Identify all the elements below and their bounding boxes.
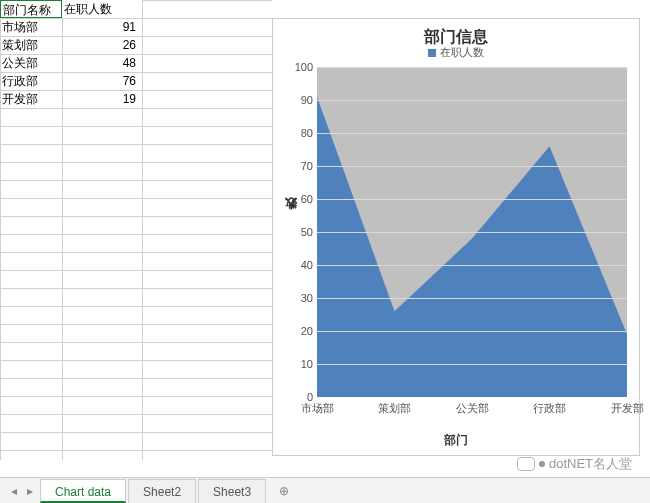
table-row[interactable]: 开发部19 xyxy=(0,90,142,108)
x-axis-label: 部门 xyxy=(273,432,639,449)
cell-dept[interactable]: 公关部 xyxy=(0,54,62,72)
y-tick: 60 xyxy=(289,193,317,205)
x-tick: 开发部 xyxy=(611,401,644,416)
x-tick: 行政部 xyxy=(533,401,566,416)
tab-add-button[interactable]: ⊕ xyxy=(272,479,296,503)
table-row[interactable]: 公关部48 xyxy=(0,54,142,72)
legend-swatch xyxy=(428,49,436,57)
header-dept[interactable]: 部门名称 xyxy=(0,0,62,18)
y-tick: 50 xyxy=(289,226,317,238)
plot-area: 0102030405060708090100市场部策划部公关部行政部开发部 xyxy=(317,67,627,397)
y-tick: 70 xyxy=(289,160,317,172)
legend-label: 在职人数 xyxy=(440,46,484,58)
tab-list: Chart dataSheet2Sheet3 xyxy=(38,479,266,503)
cell-count[interactable]: 76 xyxy=(62,72,142,90)
x-tick: 公关部 xyxy=(456,401,489,416)
cell-count[interactable]: 19 xyxy=(62,90,142,108)
chart-legend: 在职人数 xyxy=(273,45,639,67)
y-tick: 40 xyxy=(289,259,317,271)
y-tick: 90 xyxy=(289,94,317,106)
data-cells: 部门名称 在职人数 市场部91策划部26公关部48行政部76开发部19 xyxy=(0,0,142,108)
table-row[interactable]: 市场部91 xyxy=(0,18,142,36)
wechat-icon xyxy=(517,457,535,471)
tab-nav: ◂ ▸ xyxy=(6,481,38,501)
sheet-tab[interactable]: Sheet2 xyxy=(128,479,196,503)
header-count[interactable]: 在职人数 xyxy=(62,0,142,18)
y-tick: 20 xyxy=(289,325,317,337)
cell-dept[interactable]: 开发部 xyxy=(0,90,62,108)
sheet-tabs: ◂ ▸ Chart dataSheet2Sheet3 ⊕ xyxy=(0,477,650,503)
y-tick: 30 xyxy=(289,292,317,304)
sheet-tab[interactable]: Sheet3 xyxy=(198,479,266,503)
y-tick: 100 xyxy=(289,61,317,73)
chart-title: 部门信息 xyxy=(273,19,639,45)
tab-prev-icon[interactable]: ◂ xyxy=(6,481,22,501)
tab-next-icon[interactable]: ▸ xyxy=(22,481,38,501)
cell-count[interactable]: 26 xyxy=(62,36,142,54)
cell-dept[interactable]: 市场部 xyxy=(0,18,62,36)
table-row[interactable]: 行政部76 xyxy=(0,72,142,90)
cell-count[interactable]: 91 xyxy=(62,18,142,36)
svg-marker-30 xyxy=(317,97,627,397)
cell-dept[interactable]: 行政部 xyxy=(0,72,62,90)
table-row[interactable]: 策划部26 xyxy=(0,36,142,54)
y-tick: 80 xyxy=(289,127,317,139)
x-tick: 策划部 xyxy=(378,401,411,416)
chart[interactable]: 部门信息 在职人数 人数 0102030405060708090100市场部策划… xyxy=(272,18,640,456)
x-tick: 市场部 xyxy=(301,401,334,416)
cell-dept[interactable]: 策划部 xyxy=(0,36,62,54)
watermark: dotNET名人堂 xyxy=(517,455,632,473)
cell-count[interactable]: 48 xyxy=(62,54,142,72)
sheet-tab[interactable]: Chart data xyxy=(40,479,126,503)
y-tick: 10 xyxy=(289,358,317,370)
